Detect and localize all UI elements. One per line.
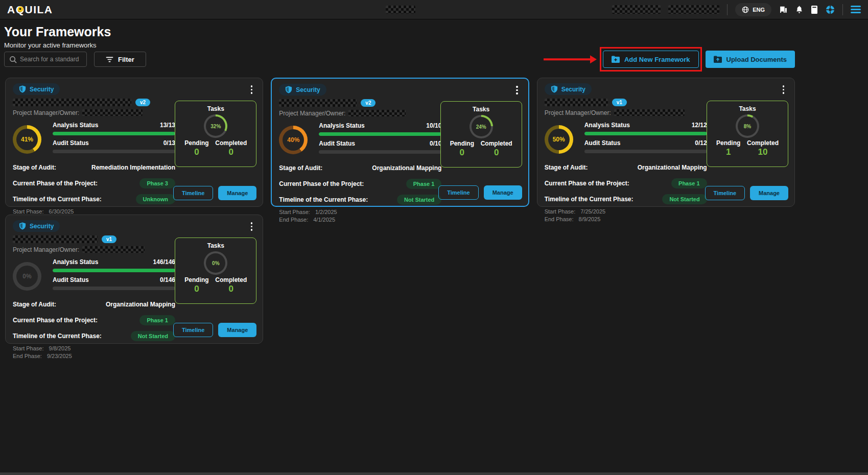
version-badge: v2: [361, 99, 376, 107]
end-phase-label: End Phase:: [13, 353, 42, 359]
upload-documents-button[interactable]: Upload Documents: [706, 51, 795, 68]
framework-card: Security v1 Project Manager/Owner: 0% An…: [5, 215, 263, 344]
manage-button[interactable]: Manage: [218, 186, 256, 200]
horizontal-scrollbar[interactable]: [0, 472, 868, 475]
stage-of-audit-label: Stage of Audit:: [13, 164, 56, 171]
pm-redacted: [82, 109, 143, 116]
analysis-progress-bar: [53, 269, 175, 272]
end-phase-label: End Phase:: [545, 216, 574, 222]
project-manager-label: Project Manager/Owner:: [545, 109, 611, 116]
card-menu-button[interactable]: [248, 83, 256, 96]
card-menu-button[interactable]: [780, 83, 788, 96]
filter-label: Filter: [118, 56, 134, 63]
completion-gauge: 50%: [545, 125, 573, 154]
framework-name-redacted: [279, 99, 357, 107]
notifications-icon[interactable]: [795, 6, 803, 14]
audit-status-label: Audit Status: [319, 140, 355, 147]
stage-of-audit-value: Organizational Mapping: [638, 164, 707, 171]
timeline-button[interactable]: Timeline: [173, 323, 213, 337]
manage-button[interactable]: Manage: [218, 323, 256, 337]
start-phase-label: Start Phase:: [13, 345, 44, 351]
top-bar: AQUILA ENG: [0, 0, 868, 19]
app-logo[interactable]: AQUILA: [7, 4, 53, 16]
pm-redacted: [614, 109, 685, 116]
completion-gauge: 41%: [13, 125, 41, 154]
pending-label: Pending: [184, 139, 208, 147]
security-label: Security: [30, 223, 54, 230]
manage-button[interactable]: Manage: [484, 185, 522, 200]
annotation-arrow: [544, 58, 591, 60]
timeline-button[interactable]: Timeline: [173, 186, 213, 200]
shield-icon: [285, 86, 292, 93]
timeline-button[interactable]: Timeline: [705, 186, 745, 200]
add-new-framework-button[interactable]: Add New Framework: [603, 51, 699, 68]
tasks-gauge: 24%: [470, 115, 493, 138]
stage-of-audit-label: Stage of Audit:: [13, 301, 56, 308]
completed-label: Completed: [215, 276, 247, 283]
menu-icon[interactable]: [851, 5, 861, 14]
library-icon[interactable]: [811, 6, 818, 14]
analysis-progress-bar: [319, 132, 441, 136]
timeline-status-badge: Not Started: [397, 195, 441, 205]
audit-status-label: Audit Status: [53, 276, 89, 283]
current-phase-badge: Phase 3: [139, 178, 175, 188]
timeline-status-badge: Unknown: [136, 194, 176, 204]
current-phase-badge: Phase 1: [406, 179, 442, 189]
organization-icon[interactable]: [779, 5, 788, 14]
framework-card: Security v2 Project Manager/Owner: 40% A…: [271, 78, 529, 207]
tasks-percent: 8%: [744, 124, 751, 129]
card-menu-button[interactable]: [513, 84, 521, 97]
timeline-button[interactable]: Timeline: [438, 185, 478, 200]
start-phase-date: 6/30/2025: [49, 208, 74, 215]
tasks-title: Tasks: [207, 242, 224, 249]
timeline-phase-label: Timeline of the Current Phase:: [545, 196, 634, 203]
shield-icon: [551, 85, 558, 93]
current-phase-badge: Phase 1: [139, 315, 175, 325]
tasks-gauge: 8%: [736, 114, 759, 138]
filter-button[interactable]: Filter: [94, 52, 146, 67]
pending-label: Pending: [716, 139, 740, 147]
end-phase-label: End Phase:: [279, 217, 308, 223]
logo-text: A: [7, 4, 16, 16]
completed-label: Completed: [215, 139, 247, 147]
tasks-percent: 24%: [476, 124, 486, 130]
company-info-redacted: [668, 5, 719, 14]
audit-status-count: 0/10: [430, 140, 441, 147]
end-phase-date: 9/23/2025: [47, 353, 72, 359]
framework-card: Security v2 Project Manager/Owner: 41% A…: [5, 78, 263, 207]
audit-status-label: Audit Status: [584, 139, 621, 147]
current-phase-label: Current Phase of the Project:: [13, 317, 98, 324]
timeline-phase-label: Timeline of the Current Phase:: [13, 332, 102, 340]
analysis-status-count: 12/12: [692, 122, 707, 129]
start-phase-label: Start Phase:: [13, 208, 44, 215]
page-subtitle: Monitor your active frameworks: [4, 41, 111, 49]
analysis-progress-bar: [53, 132, 175, 135]
framework-name-redacted: [13, 235, 98, 243]
audit-progress-bar: [584, 150, 707, 153]
security-badge: Security: [13, 220, 60, 232]
support-icon[interactable]: [826, 5, 835, 14]
current-phase-label: Current Phase of the Project:: [279, 180, 364, 187]
logo-text: UILA: [25, 4, 53, 16]
start-phase-date: 1/2/2025: [315, 209, 337, 215]
add-new-framework-label: Add New Framework: [624, 56, 690, 63]
language-selector[interactable]: ENG: [735, 3, 771, 16]
language-label: ENG: [753, 7, 765, 13]
framework-name-redacted: [13, 99, 131, 106]
completion-gauge: 0%: [13, 262, 41, 291]
audit-progress-bar: [53, 150, 175, 153]
start-phase-label: Start Phase:: [545, 208, 576, 215]
card-menu-button[interactable]: [248, 220, 256, 233]
analysis-status-count: 146/146: [153, 258, 175, 266]
manage-button[interactable]: Manage: [750, 186, 788, 200]
version-badge: v2: [135, 99, 150, 106]
pending-count: 0: [450, 148, 474, 158]
audit-status-count: 0/13: [163, 139, 175, 147]
analysis-status-label: Analysis Status: [584, 122, 630, 129]
user-info-redacted: [612, 5, 661, 14]
completed-count: 0: [215, 147, 247, 157]
start-phase-date: 7/25/2025: [580, 208, 605, 215]
security-label: Security: [296, 86, 320, 93]
search-input[interactable]: [5, 52, 86, 66]
audit-status-count: 0/12: [695, 139, 707, 147]
